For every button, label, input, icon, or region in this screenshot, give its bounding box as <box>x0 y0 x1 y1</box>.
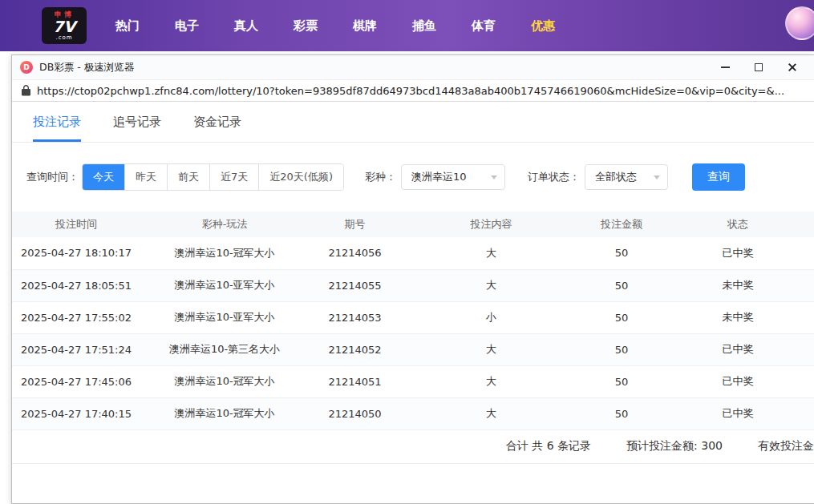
cell-issue: 21214056 <box>309 237 401 269</box>
cell-time: 2025-04-27 18:05:51 <box>12 269 140 301</box>
cell-time: 2025-04-27 17:51:24 <box>12 333 140 365</box>
cell-content: 大 <box>401 237 581 269</box>
close-button[interactable] <box>787 62 798 73</box>
site-logo[interactable]: 申博 7V .com <box>42 7 87 44</box>
summary-valid-amount: 有效投注金 <box>758 439 814 454</box>
time-option[interactable]: 前天 <box>167 164 209 190</box>
time-option[interactable]: 昨天 <box>124 164 167 190</box>
lottery-select-value: 澳洲幸运10 <box>411 170 467 184</box>
site-topbar: 申博 7V .com 热门电子真人彩票棋牌捕鱼体育优惠 <box>0 0 814 51</box>
cell-amount: 50 <box>581 237 662 269</box>
nav-item[interactable]: 真人 <box>217 18 276 34</box>
order-status-select[interactable]: 全部状态 <box>585 164 668 190</box>
lottery-filter-label: 彩种： <box>365 170 396 184</box>
cell-amount: 50 <box>581 301 662 333</box>
summary-expected-amount: 预计投注金额: 300 <box>626 439 723 454</box>
nav-item[interactable]: 彩票 <box>276 18 335 34</box>
tab[interactable]: 投注记录 <box>33 115 81 142</box>
time-filter-label: 查询时间： <box>26 170 79 184</box>
order-status-value: 全部状态 <box>595 170 637 184</box>
close-icon <box>788 62 797 72</box>
time-option[interactable]: 近20天(低频) <box>258 164 343 190</box>
cell-time: 2025-04-27 17:55:02 <box>12 301 140 333</box>
cell-game: 澳洲幸运10-冠军大小 <box>140 237 309 269</box>
summary-bar: 合计 共 6 条记录 预计投注金额: 300 有效投注金 <box>12 430 814 464</box>
records-tbody: 2025-04-27 18:10:17澳洲幸运10-冠军大小21214056大5… <box>12 237 814 429</box>
cell-game: 澳洲幸运10-冠军大小 <box>140 397 309 429</box>
time-range-group: 今天昨天前天近7天近20天(低频) <box>82 163 344 191</box>
cell-status: 未中奖 <box>662 269 814 301</box>
page-content: 投注记录追号记录资金记录 查询时间： 今天昨天前天近7天近20天(低频) 彩种：… <box>12 102 814 503</box>
address-bar[interactable]: https://ctop02pchwp1.zfnc84.com/lottery/… <box>12 79 814 102</box>
time-option[interactable]: 今天 <box>83 164 124 190</box>
maximize-icon <box>755 63 763 71</box>
time-option[interactable]: 近7天 <box>209 164 258 190</box>
nav-item[interactable]: 棋牌 <box>335 18 395 34</box>
cell-time: 2025-04-27 17:45:06 <box>12 365 140 397</box>
nav-item[interactable]: 优惠 <box>513 18 573 34</box>
column-header: 期号 <box>309 212 401 237</box>
column-header: 投注金额 <box>581 212 662 237</box>
user-avatar[interactable] <box>785 6 814 40</box>
nav-item[interactable]: 体育 <box>454 18 513 34</box>
order-status-label: 订单状态： <box>528 170 580 184</box>
nav-item[interactable]: 捕鱼 <box>395 18 454 34</box>
logo-text-main: 7V <box>53 19 75 34</box>
tab[interactable]: 追号记录 <box>113 115 161 142</box>
cell-game: 澳洲幸运10-亚军大小 <box>140 269 309 301</box>
site-favicon-icon: D <box>20 61 33 74</box>
cell-content: 大 <box>401 269 581 301</box>
cell-issue: 21214051 <box>309 365 401 397</box>
chevron-down-icon <box>491 175 497 179</box>
search-button[interactable]: 查询 <box>692 163 745 191</box>
browser-titlebar[interactable]: D DB彩票 - 极速浏览器 <box>12 55 814 79</box>
browser-window: D DB彩票 - 极速浏览器 https://ctop02pchwp1.zfnc… <box>11 54 814 504</box>
cell-game: 澳洲幸运10-冠军大小 <box>140 365 309 397</box>
cell-game: 澳洲幸运10-第三名大小 <box>140 333 309 365</box>
table-row: 2025-04-27 17:55:02澳洲幸运10-亚军大小21214053小5… <box>12 301 814 333</box>
minimize-icon <box>721 67 730 68</box>
table-row: 2025-04-27 18:10:17澳洲幸运10-冠军大小21214056大5… <box>12 237 814 269</box>
table-row: 2025-04-27 18:05:51澳洲幸运10-亚军大小21214055大5… <box>12 269 814 301</box>
tab[interactable]: 资金记录 <box>193 115 241 142</box>
cell-status: 已中奖 <box>662 365 814 397</box>
cell-status: 已中奖 <box>662 237 814 269</box>
cell-game: 澳洲幸运10-亚军大小 <box>140 301 309 333</box>
lottery-select[interactable]: 澳洲幸运10 <box>401 164 505 190</box>
nav-item[interactable]: 热门 <box>98 18 157 34</box>
column-header: 投注内容 <box>401 212 581 237</box>
chevron-down-icon <box>654 175 660 179</box>
cell-content: 小 <box>401 301 581 333</box>
table-header-row: 投注时间彩种-玩法期号投注内容投注金额状态 <box>12 212 814 237</box>
topbar-nav: 热门电子真人彩票棋牌捕鱼体育优惠 <box>98 18 573 34</box>
cell-status: 已中奖 <box>662 397 814 429</box>
nav-item[interactable]: 电子 <box>157 18 217 34</box>
cell-status: 已中奖 <box>662 333 814 365</box>
maximize-button[interactable] <box>753 62 764 73</box>
cell-amount: 50 <box>581 365 662 397</box>
record-tabs: 投注记录追号记录资金记录 <box>12 102 814 143</box>
cell-content: 大 <box>401 365 581 397</box>
logo-text-suffix: .com <box>55 35 72 41</box>
minimize-button[interactable] <box>719 62 731 73</box>
summary-total: 合计 共 6 条记录 <box>506 439 591 454</box>
cell-amount: 50 <box>581 333 662 365</box>
cell-content: 大 <box>401 397 581 429</box>
url-text: https://ctop02pchwp1.zfnc84.com/lottery/… <box>37 85 784 97</box>
table-row: 2025-04-27 17:40:15澳洲幸运10-冠军大小21214050大5… <box>12 397 814 429</box>
bet-records-table: 投注时间彩种-玩法期号投注内容投注金额状态 2025-04-27 18:10:1… <box>12 212 814 430</box>
cell-content: 大 <box>401 333 581 365</box>
cell-issue: 21214053 <box>309 301 401 333</box>
window-controls <box>719 62 806 73</box>
cell-issue: 21214050 <box>309 397 401 429</box>
cell-amount: 50 <box>581 397 662 429</box>
column-header: 状态 <box>662 212 814 237</box>
cell-time: 2025-04-27 17:40:15 <box>12 397 140 429</box>
cell-time: 2025-04-27 18:10:17 <box>12 237 140 269</box>
column-header: 彩种-玩法 <box>140 212 309 237</box>
cell-status: 未中奖 <box>662 301 814 333</box>
window-title: DB彩票 - 极速浏览器 <box>39 61 134 75</box>
table-row: 2025-04-27 17:45:06澳洲幸运10-冠军大小21214051大5… <box>12 365 814 397</box>
filter-bar: 查询时间： 今天昨天前天近7天近20天(低频) 彩种： 澳洲幸运10 订单状态：… <box>12 143 814 191</box>
column-header: 投注时间 <box>12 212 140 237</box>
